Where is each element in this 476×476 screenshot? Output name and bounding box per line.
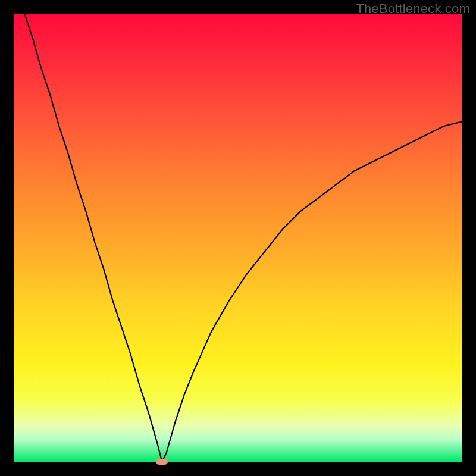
chart-plot-area [14,14,462,462]
